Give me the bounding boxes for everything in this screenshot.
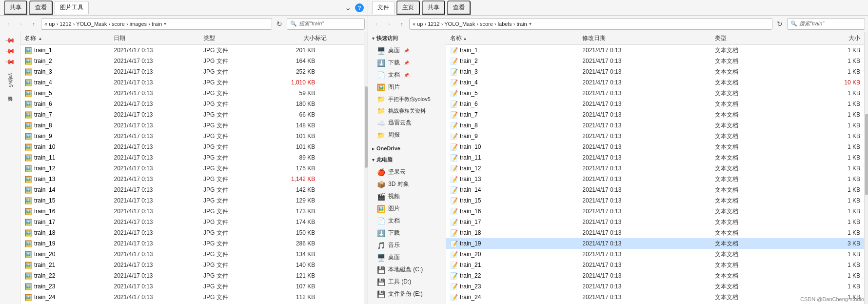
sidebar-item-pictures[interactable]: 🖼️ 图片 (368, 81, 446, 93)
sidebar-item-documents[interactable]: 📄 文档 (368, 215, 446, 227)
sidebar-item-drive-d[interactable]: 💾 工具 (D:) (368, 276, 446, 288)
sidebar-item-videos[interactable]: 🎬 视频 (368, 190, 446, 203)
left-scrollbar-thumb[interactable] (365, 86, 368, 168)
left-tab-picture-tools[interactable]: 图片工具 (55, 1, 89, 14)
left-file-row[interactable]: 🖼️ train_7 2021/4/17 0:13 JPG 文件 66 KB (20, 109, 364, 120)
pin-icon-3[interactable]: 📌 (4, 56, 16, 67)
sidebar-item-music[interactable]: 🎵 音乐 (368, 239, 446, 251)
left-file-row[interactable]: 🖼️ train_5 2021/4/17 0:13 JPG 文件 59 KB (20, 88, 364, 99)
right-file-row[interactable]: 📝 train_2 2021/4/17 0:13 文本文档 1 KB (446, 56, 864, 66)
right-file-row[interactable]: 📝 train_1 2021/4/17 0:13 文本文档 1 KB (446, 45, 864, 56)
right-file-row[interactable]: 📝 train_9 2021/4/17 0:13 文本文档 1 KB (446, 131, 864, 142)
right-file-row[interactable]: 📝 train_23 2021/4/17 0:13 文本文档 1 KB (446, 281, 864, 292)
sidebar-item-download[interactable]: ⬇️ 下载 📌 (368, 57, 446, 69)
right-refresh-btn[interactable]: ↻ (774, 19, 785, 29)
right-scrollbar[interactable] (864, 32, 868, 304)
col-header-type[interactable]: 类型 (203, 34, 271, 42)
col-header-size[interactable]: 大小 (271, 34, 316, 42)
left-file-row[interactable]: 🖼️ train_19 2021/4/17 0:13 JPG 文件 286 KB (20, 238, 364, 249)
left-file-row[interactable]: 🖼️ train_16 2021/4/17 0:13 JPG 文件 173 KB (20, 206, 364, 217)
left-file-row[interactable]: 🖼️ train_8 2021/4/17 0:13 JPG 文件 148 KB (20, 120, 364, 131)
right-tab-share[interactable]: 共享 (422, 0, 445, 15)
right-file-row[interactable]: 📝 train_16 2021/4/17 0:13 文本文档 1 KB (446, 206, 864, 217)
left-file-row[interactable]: 🖼️ train_9 2021/4/17 0:13 JPG 文件 101 KB (20, 131, 364, 142)
left-file-row[interactable]: 🖼️ train_18 2021/4/17 0:13 JPG 文件 150 KB (20, 227, 364, 238)
left-file-row[interactable]: 🖼️ train_15 2021/4/17 0:13 JPG 文件 129 KB (20, 195, 364, 206)
right-file-row[interactable]: 📝 train_7 2021/4/17 0:13 文本文档 1 KB (446, 109, 864, 120)
sidebar-item-downloads[interactable]: ⬇️ 下载 (368, 227, 446, 239)
right-tab-view[interactable]: 查看 (447, 0, 471, 15)
pin-icon-2[interactable]: 📌 (4, 45, 16, 56)
help-btn[interactable]: ? (355, 3, 364, 12)
right-breadcrumb[interactable]: « up › 1212 › YOLO_Mask › score › labels… (409, 18, 772, 30)
left-file-row[interactable]: 🖼️ train_6 2021/4/17 0:13 JPG 文件 180 KB (20, 99, 364, 109)
right-search-box[interactable]: 🔍 (787, 18, 865, 30)
expand-btn[interactable]: ⌄ (342, 2, 353, 13)
left-file-row[interactable]: 🖼️ train_21 2021/4/17 0:13 JPG 文件 140 KB (20, 260, 364, 270)
right-file-row[interactable]: 📝 train_4 2021/4/17 0:13 文本文档 10 KB (446, 77, 864, 88)
right-file-row[interactable]: 📝 train_10 2021/4/17 0:13 文本文档 1 KB (446, 142, 864, 152)
col-header-name[interactable]: 名称 ▲ (24, 34, 114, 42)
left-search-input[interactable] (299, 21, 361, 27)
right-col-header-type[interactable]: 类型 (715, 34, 814, 42)
sidebar-item-contest[interactable]: 📁 挑战赛相关资料 (368, 105, 446, 117)
right-col-header-size[interactable]: 大小 (814, 34, 860, 42)
right-file-row[interactable]: 📝 train_5 2021/4/17 0:13 文本文档 1 KB (446, 88, 864, 99)
right-tab-home[interactable]: 主页 (396, 0, 420, 15)
right-file-row[interactable]: 📝 train_17 2021/4/17 0:13 文本文档 1 KB (446, 217, 864, 227)
right-file-row[interactable]: 📝 train_6 2021/4/17 0:13 文本文档 1 KB (446, 99, 864, 109)
right-file-row[interactable]: 📝 train_14 2021/4/17 0:13 文本文档 1 KB (446, 184, 864, 195)
right-tab-file[interactable]: 文件 (372, 1, 395, 14)
right-back-btn[interactable]: ‹ (371, 19, 382, 29)
left-breadcrumb[interactable]: « up › 1212 › YOLO_Mask › score › images… (41, 18, 272, 30)
left-file-row[interactable]: 🖼️ train_3 2021/4/17 0:13 JPG 文件 252 KB (20, 66, 364, 77)
left-refresh-btn[interactable]: ↻ (274, 19, 285, 29)
sidebar-item-xunlei[interactable]: ☁️ 迅雷云盘 (368, 117, 446, 129)
left-file-row[interactable]: 🖼️ train_13 2021/4/17 0:13 JPG 文件 1,142 … (20, 174, 364, 184)
left-tab-view[interactable]: 查看 (29, 0, 53, 15)
left-file-row[interactable]: 🖼️ train_12 2021/4/17 0:13 JPG 文件 175 KB (20, 163, 364, 174)
left-file-row[interactable]: 🖼️ train_2 2021/4/17 0:13 JPG 文件 164 KB (20, 56, 364, 66)
right-file-row[interactable]: 📝 train_21 2021/4/17 0:13 文本文档 1 KB (446, 260, 864, 270)
right-file-row[interactable]: 📝 train_3 2021/4/17 0:13 文本文档 1 KB (446, 66, 864, 77)
right-up-btn[interactable]: ↑ (396, 19, 407, 29)
left-forward-btn[interactable]: › (16, 19, 26, 29)
sidebar-item-3d[interactable]: 📦 3D 对象 (368, 178, 446, 190)
right-scrollbar-thumb[interactable] (865, 114, 868, 195)
right-file-row[interactable]: 📝 train_12 2021/4/17 0:13 文本文档 1 KB (446, 163, 864, 174)
right-file-row[interactable]: 📝 train_18 2021/4/17 0:13 文本文档 1 KB (446, 227, 864, 238)
sidebar-thispc-header[interactable]: ▾ 此电脑 (368, 154, 446, 166)
sidebar-item-drive-e[interactable]: 💾 文件备份 (E:) (368, 288, 446, 300)
sidebar-item-desktop2[interactable]: 🖥️ 桌面 (368, 251, 446, 263)
left-file-row[interactable]: 🖼️ train_11 2021/4/17 0:13 JPG 文件 89 KB (20, 152, 364, 163)
pin-icon-1[interactable]: 📌 (4, 34, 16, 45)
sidebar-item-drive-c[interactable]: 💾 本地磁盘 (C:) (368, 263, 446, 276)
sidebar-quick-access-header[interactable]: ▾ 快速访问 (368, 32, 446, 44)
right-file-row[interactable]: 📝 train_22 2021/4/17 0:13 文本文档 1 KB (446, 270, 864, 281)
left-file-row[interactable]: 🖼️ train_20 2021/4/17 0:13 JPG 文件 134 KB (20, 249, 364, 260)
left-file-row[interactable]: 🖼️ train_23 2021/4/17 0:13 JPG 文件 107 KB (20, 281, 364, 292)
left-file-row[interactable]: 🖼️ train_17 2021/4/17 0:13 JPG 文件 174 KB (20, 217, 364, 227)
sidebar-item-docs[interactable]: 📄 文档 📌 (368, 69, 446, 81)
left-search-box[interactable]: 🔍 (287, 18, 365, 30)
right-col-header-date[interactable]: 修改日期 (582, 34, 714, 42)
left-back-btn[interactable]: ‹ (3, 19, 14, 29)
sidebar-item-weekly[interactable]: 📁 周报 (368, 129, 446, 141)
left-file-row[interactable]: 🖼️ train_22 2021/4/17 0:13 JPG 文件 121 KB (20, 270, 364, 281)
right-search-input[interactable] (799, 21, 862, 27)
left-scrollbar[interactable] (364, 32, 368, 304)
right-file-row[interactable]: 📝 train_19 2021/4/17 0:13 文本文档 3 KB (446, 238, 864, 249)
sidebar-onedrive-header[interactable]: ▸ OneDrive (368, 143, 446, 154)
sidebar-item-desktop[interactable]: 🖥️ 桌面 📌 (368, 44, 446, 57)
sidebar-item-yolov5[interactable]: 📁 手把手教你yolov5 (368, 93, 446, 105)
left-up-btn[interactable]: ↑ (28, 19, 39, 29)
sidebar-item-pics[interactable]: 🖼️ 图片 (368, 203, 446, 215)
col-header-date[interactable]: 日期 (114, 34, 203, 42)
right-file-row[interactable]: 📝 train_15 2021/4/17 0:13 文本文档 1 KB (446, 195, 864, 206)
left-file-row[interactable]: 🖼️ train_24 2021/4/17 0:13 JPG 文件 112 KB (20, 292, 364, 303)
right-forward-btn[interactable]: › (384, 19, 395, 29)
left-file-row[interactable]: 🖼️ train_1 2021/4/17 0:13 JPG 文件 201 KB (20, 45, 364, 56)
left-tab-share[interactable]: 共享 (4, 0, 27, 15)
right-file-row[interactable]: 📝 train_8 2021/4/17 0:13 文本文档 1 KB (446, 120, 864, 131)
right-file-row[interactable]: 📝 train_11 2021/4/17 0:13 文本文档 1 KB (446, 152, 864, 163)
